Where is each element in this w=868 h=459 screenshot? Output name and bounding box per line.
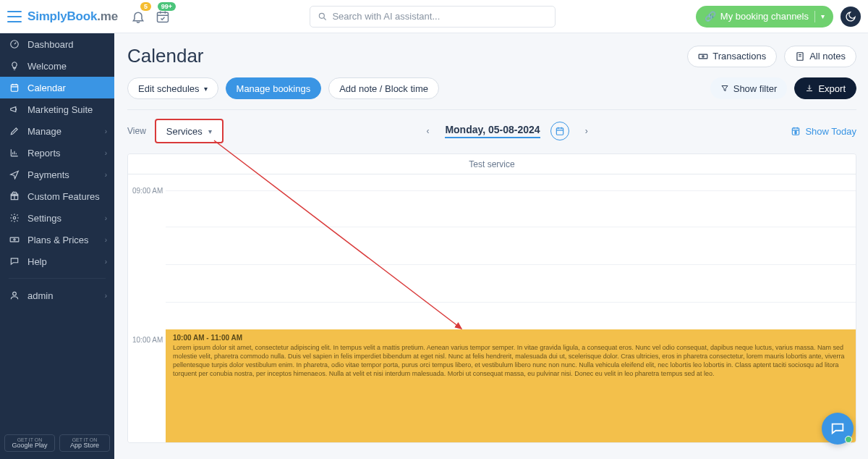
megaphone-icon [9,104,20,115]
sidebar-item-label: Reports [27,148,61,159]
calendar-icon [9,82,20,93]
calendar-icon [555,126,565,136]
manage-bookings-button[interactable]: Manage bookings [226,77,322,99]
booking-channels-button[interactable]: 🔗 My booking channels ▾ [696,6,833,28]
link-icon: 🔗 [705,11,716,22]
sidebar-item-label: Dashboard [27,39,74,50]
sidebar-item-label: Payments [27,169,69,180]
sidebar-item-label: Welcome [27,61,67,72]
svg-point-8 [13,292,17,295]
svg-rect-9 [699,54,707,59]
sidebar-item-label: Marketing Suite [27,104,93,115]
sidebar: DashboardWelcomeCalendarMarketing SuiteM… [0,33,114,459]
show-filter-button[interactable]: Show filter [710,77,788,99]
next-day-button[interactable]: › [579,124,594,138]
admin-label: admin [27,290,53,301]
calendar-column-header: Test service [128,154,856,174]
chevron-right-icon: › [105,171,107,179]
bell-badge: 5 [140,2,151,11]
sidebar-item-label: Plans & Prices [27,235,89,245]
chat-icon [830,421,846,437]
svg-point-10 [702,55,704,56]
gift-icon [9,190,20,202]
pencil-icon [9,125,20,137]
all-notes-button[interactable]: All notes [784,46,856,67]
search-placeholder: Search with AI assistant... [332,11,440,22]
calendar-today-icon: 5 [791,126,801,136]
sidebar-item-reports[interactable]: Reports› [0,142,114,164]
chevron-down-icon: ▾ [821,12,825,20]
moon-icon [845,11,856,22]
chevron-down-icon: ▾ [204,85,208,93]
sidebar-item-label: Calendar [27,83,66,93]
chevron-right-icon: › [105,236,107,244]
sidebar-item-payments[interactable]: Payments› [0,164,114,185]
sidebar-item-plans-prices[interactable]: Plans & Prices› [0,229,114,250]
show-today-button[interactable]: 5 Show Today [791,126,856,137]
page-title: Calendar [127,45,204,67]
logo-part2: Book [67,9,98,23]
svg-point-5 [13,216,16,219]
export-button[interactable]: Export [794,77,856,99]
sidebar-item-welcome[interactable]: Welcome [0,55,114,77]
app-store-badge[interactable]: GET IT ON App Store [59,434,110,452]
chevron-right-icon: › [105,127,107,135]
gauge-icon [9,38,20,50]
main-content: Calendar Transactions All notes Edit sch… [114,33,868,459]
filter-icon [720,84,729,93]
sidebar-item-help[interactable]: Help› [0,250,114,272]
event-time: 10:00 AM - 11:00 AM [173,334,848,342]
transactions-button[interactable]: Transactions [687,46,777,67]
search-input[interactable]: Search with AI assistant... [310,6,556,28]
chevron-right-icon: › [105,214,107,222]
sidebar-item-custom-features[interactable]: Custom Features [0,185,114,207]
search-icon [318,12,328,22]
sidebar-item-manage[interactable]: Manage› [0,120,114,142]
svg-rect-6 [10,237,19,242]
edit-schedules-button[interactable]: Edit schedules ▾ [127,77,218,99]
sidebar-item-calendar[interactable]: Calendar [0,77,114,98]
calendar-event[interactable]: 10:00 AM - 11:00 AM Lorem ipsum dolor si… [166,329,856,442]
chevron-right-icon: › [105,292,107,300]
send-icon [9,169,20,180]
svg-rect-0 [157,12,168,22]
chat-fab[interactable] [822,413,854,445]
sidebar-item-label: Manage [27,126,61,137]
event-description: Lorem ipsum dolor sit amet, consectetur … [173,343,848,379]
sidebar-admin[interactable]: admin › [0,285,114,306]
booking-channels-label: My booking channels [720,11,809,22]
current-date[interactable]: Monday, 05-08-2024 [445,124,540,138]
sidebar-item-label: Settings [27,213,61,224]
pending-badge: 99+ [158,2,176,11]
chat-icon [9,256,20,267]
chevron-right-icon: › [105,149,107,157]
svg-rect-3 [11,85,17,91]
sidebar-item-marketing-suite[interactable]: Marketing Suite [0,98,114,120]
logo[interactable]: SimplyBook.me [27,9,118,24]
time-label-1000: 10:00 AM [132,336,163,344]
gear-icon [9,212,20,224]
add-note-button[interactable]: Add note / Block time [328,77,439,99]
hamburger-menu-icon[interactable] [7,11,22,22]
view-selector-dropdown[interactable]: Services ▾ [155,119,224,143]
sidebar-item-label: Custom Features [27,191,100,202]
svg-text:5: 5 [795,131,797,135]
svg-point-7 [14,239,15,240]
note-icon [795,51,805,62]
time-label-0900: 09:00 AM [132,187,163,195]
dark-mode-toggle[interactable] [841,7,861,27]
logo-part1: Simply [27,9,67,23]
sidebar-item-settings[interactable]: Settings› [0,207,114,229]
view-label: View [127,126,146,136]
sidebar-item-dashboard[interactable]: Dashboard [0,33,114,55]
cash-icon [698,51,708,62]
user-icon [9,290,20,301]
prev-day-button[interactable]: ‹ [420,124,435,138]
pending-bookings-icon[interactable]: 99+ [156,9,170,24]
google-play-badge[interactable]: GET IT ON Google Play [4,434,55,452]
chevron-right-icon: › [105,258,107,266]
notifications-bell-icon[interactable]: 5 [131,9,145,24]
chevron-down-icon: ▾ [208,127,212,135]
bulb-icon [9,60,20,72]
date-picker-button[interactable] [550,122,569,140]
